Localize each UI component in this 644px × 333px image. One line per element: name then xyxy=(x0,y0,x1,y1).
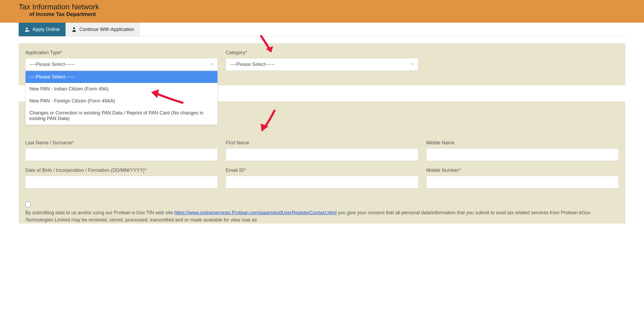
first-name-input[interactable] xyxy=(226,148,418,161)
mobile-group: Mobile Number* xyxy=(426,168,619,188)
dob-group: Date of Birth / Incorporation / Formatio… xyxy=(25,168,218,188)
middle-name-group: Middle Name xyxy=(426,140,619,161)
first-name-label: First Name xyxy=(226,140,418,146)
tab-continue[interactable]: Continue With Application xyxy=(66,23,140,36)
dropdown-option-please-select[interactable]: ----Please Select------ xyxy=(26,71,217,83)
dropdown-option-changes-correction[interactable]: Changes or Correction in existing PAN Da… xyxy=(26,107,217,125)
application-type-group: Application Type* ----Please Select-----… xyxy=(25,50,218,71)
consent-checkbox[interactable] xyxy=(25,202,31,207)
tab-apply-online-label: Apply Online xyxy=(33,27,60,32)
tab-continue-label: Continue With Application xyxy=(79,27,134,32)
user-add-icon xyxy=(25,27,30,32)
required-mark: * xyxy=(244,168,246,173)
consent-text: By submitting data to us and/or using ou… xyxy=(25,209,619,224)
required-mark: * xyxy=(60,50,62,55)
required-mark: * xyxy=(459,168,461,173)
mobile-input[interactable] xyxy=(426,176,619,188)
last-name-input[interactable] xyxy=(25,148,218,161)
svg-point-2 xyxy=(73,27,75,29)
first-name-group: First Name xyxy=(226,140,418,161)
email-input[interactable] xyxy=(226,176,418,188)
spacer-group xyxy=(426,50,619,71)
dob-label: Date of Birth / Incorporation / Formatio… xyxy=(25,168,218,173)
middle-name-label: Middle Name xyxy=(426,140,619,146)
svg-point-0 xyxy=(26,27,28,29)
email-label: Email ID* xyxy=(226,168,418,173)
required-mark: * xyxy=(245,50,247,55)
email-group: Email ID* xyxy=(226,168,418,188)
category-label: Category* xyxy=(226,50,418,56)
application-type-label: Application Type* xyxy=(25,50,218,56)
required-mark: * xyxy=(144,168,146,173)
page-header: Tax Information Network of Income Tax De… xyxy=(0,0,644,23)
category-group: Category* ----Please Select------ xyxy=(226,50,418,71)
mobile-label: Mobile Number* xyxy=(426,168,619,173)
application-type-select[interactable]: ----Please Select------ xyxy=(25,58,218,71)
header-subtitle: of Income Tax Department xyxy=(19,11,625,17)
last-name-group: Last Name / Surname* xyxy=(25,140,218,161)
form-section-top: Application Type* ----Please Select-----… xyxy=(19,43,625,85)
middle-name-input[interactable] xyxy=(426,148,619,161)
tabs-container: Apply Online Continue With Application xyxy=(19,23,625,37)
dropdown-option-new-pan-indian[interactable]: New PAN - Indian Citizen (Form 49A) xyxy=(26,83,217,95)
consent-section: By submitting data to us and/or using ou… xyxy=(19,198,625,224)
last-name-label: Last Name / Surname* xyxy=(25,140,218,146)
user-continue-icon xyxy=(71,27,77,32)
required-mark: * xyxy=(72,140,74,145)
dob-input[interactable] xyxy=(25,176,218,188)
tab-apply-online[interactable]: Apply Online xyxy=(19,23,66,36)
dropdown-option-new-pan-foreign[interactable]: New PAN - Foreign Citizen (Form 49AA) xyxy=(26,95,217,107)
application-type-dropdown: ----Please Select------ New PAN - Indian… xyxy=(25,71,218,125)
category-select[interactable]: ----Please Select------ xyxy=(226,58,418,71)
consent-link[interactable]: https://www.onlineservices.Protean.com/p… xyxy=(174,210,337,215)
header-title: Tax Information Network xyxy=(19,3,625,11)
